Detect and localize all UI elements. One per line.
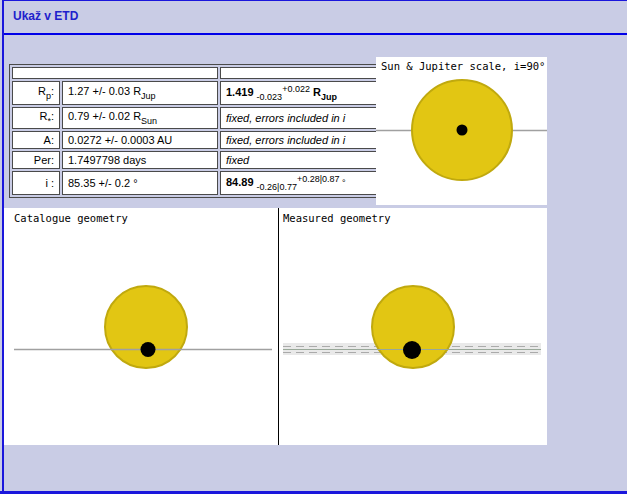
page-frame-top-border bbox=[2, 0, 627, 1]
sun-jupiter-scale-panel: Sun & Jupiter scale, i=90° bbox=[376, 57, 547, 205]
empty-header-cell-right bbox=[220, 67, 398, 79]
param-catalogue-value: 1.27 +/- 0.03 RJup bbox=[62, 81, 218, 105]
param-catalogue-value: 85.35 +/- 0.2 ° bbox=[62, 171, 218, 195]
table-row-star-radius: R*: 0.79 +/- 0.02 RSun fixed, errors inc… bbox=[12, 107, 398, 129]
planet-disk bbox=[403, 341, 421, 359]
sun-jupiter-scale-title: Sun & Jupiter scale, i=90° bbox=[381, 60, 545, 72]
planet-disk bbox=[141, 342, 156, 357]
catalogue-geometry-drawing bbox=[4, 208, 278, 445]
catalogue-geometry-title: Catalogue geometry bbox=[14, 212, 128, 224]
show-in-etd-link[interactable]: Ukaž v ETD bbox=[13, 9, 78, 23]
param-fitted-value: fixed, errors included in i bbox=[220, 131, 398, 149]
param-fitted-value: fixed, errors included in i bbox=[220, 107, 398, 129]
param-catalogue-value: 1.7497798 days bbox=[62, 151, 218, 169]
param-fitted-value: fixed bbox=[220, 151, 398, 169]
param-fitted-value: 1.419 -0.023+0.022 RJup bbox=[220, 81, 398, 105]
table-row-period: Per: 1.7497798 days fixed bbox=[12, 151, 398, 169]
param-label: Per: bbox=[12, 151, 60, 169]
table-row-inclination: i : 85.35 +/- 0.2 ° 84.89 -0.26|0.77+0.2… bbox=[12, 171, 398, 195]
sun-jupiter-scale-drawing bbox=[376, 57, 547, 205]
measured-geometry-drawing bbox=[279, 208, 547, 445]
catalogue-geometry-panel: Catalogue geometry bbox=[4, 208, 279, 445]
param-label: i : bbox=[12, 171, 60, 195]
measured-geometry-panel: Measured geometry bbox=[279, 208, 547, 445]
planet-disk bbox=[457, 125, 468, 136]
param-label: A: bbox=[12, 131, 60, 149]
param-fitted-value: 84.89 -0.26|0.77+0.28|0.87 ° bbox=[220, 171, 398, 195]
etd-fit-page: Ukaž v ETD Rp: 1.27 +/- 0.03 RJup 1.419 … bbox=[0, 0, 627, 494]
param-catalogue-value: 0.0272 +/- 0.0003 AU bbox=[62, 131, 218, 149]
table-row-semimajor-axis: A: 0.0272 +/- 0.0003 AU fixed, errors in… bbox=[12, 131, 398, 149]
param-catalogue-value: 0.79 +/- 0.02 RSun bbox=[62, 107, 218, 129]
param-label: R*: bbox=[12, 107, 60, 129]
param-label: Rp: bbox=[12, 81, 60, 105]
table-row-planet-radius: Rp: 1.27 +/- 0.03 RJup 1.419 -0.023+0.02… bbox=[12, 81, 398, 105]
header-divider-rule bbox=[4, 33, 627, 35]
table-header-row bbox=[12, 67, 398, 79]
parameters-table: Rp: 1.27 +/- 0.03 RJup 1.419 -0.023+0.02… bbox=[9, 64, 401, 198]
measured-geometry-title: Measured geometry bbox=[283, 212, 390, 224]
empty-header-cell-left bbox=[12, 67, 218, 79]
